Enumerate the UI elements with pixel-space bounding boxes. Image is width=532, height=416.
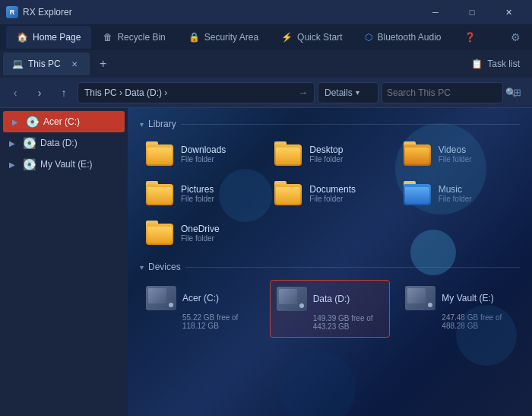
window-controls: ─ □ ✕ xyxy=(418,0,526,24)
expand-icon-vault: ▶ xyxy=(9,160,18,169)
close-button[interactable]: ✕ xyxy=(491,0,526,24)
drive-image-vault xyxy=(405,286,435,310)
devices-chevron-icon[interactable]: ▾ xyxy=(140,263,144,272)
title-bar: R RX Explorer ─ □ ✕ xyxy=(0,0,532,24)
task-list-button[interactable]: 📋 Task list xyxy=(462,59,529,69)
recycle-icon: 🗑 xyxy=(103,32,112,43)
tab-home[interactable]: 🏠 Home Page xyxy=(6,26,91,49)
forward-button[interactable]: › xyxy=(29,82,50,103)
maximize-button[interactable]: □ xyxy=(454,0,489,24)
device-data[interactable]: Data (D:) 149.39 GB free of 443.23 GB xyxy=(270,280,391,338)
back-button[interactable]: ‹ xyxy=(5,82,26,103)
quickstart-icon: ⚡ xyxy=(281,32,293,43)
app-title: RX Explorer xyxy=(23,7,418,17)
bluetooth-icon: ⬡ xyxy=(365,32,372,43)
sidebar-item-vault[interactable]: ▶ 💽 My Vault (E:) xyxy=(0,154,128,175)
devices-grid: Acer (C:) 55.22 GB free of 118.12 GB Dat… xyxy=(140,280,520,338)
folder-icon-downloads xyxy=(146,141,173,166)
task-list-icon: 📋 xyxy=(471,59,483,69)
library-label: Library xyxy=(148,119,176,129)
address-text: This PC › Data (D:) › xyxy=(84,87,298,98)
new-tab-button[interactable]: + xyxy=(94,55,112,73)
app-icon: R xyxy=(6,6,18,18)
sidebar-item-acer[interactable]: ▶ 💽 Acer (C:) xyxy=(3,111,125,132)
main-layout: ▶ 💽 Acer (C:) ▶ 💽 Data (D:) ▶ 💽 My Vault… xyxy=(0,108,532,416)
devices-divider xyxy=(185,267,520,268)
folder-icon-pictures xyxy=(146,181,173,205)
view-toggle-button[interactable]: ⊞ xyxy=(506,82,527,103)
drive-image-data xyxy=(277,287,307,311)
search-box[interactable]: 🔍 xyxy=(382,82,503,103)
devices-section-header: ▾ Devices xyxy=(140,262,520,272)
help-icon: ❓ xyxy=(464,32,476,43)
address-go-button[interactable]: → xyxy=(298,87,308,98)
tab-bar: 💻 This PC ✕ + 📋 Task list xyxy=(0,50,532,78)
tab-recycle[interactable]: 🗑 Recycle Bin xyxy=(93,26,176,49)
content-area: ▾ Library Downloads File folder xyxy=(128,108,532,416)
home-icon: 🏠 xyxy=(17,32,28,43)
device-vault[interactable]: My Vault (E:) 247.48 GB free of 488.28 G… xyxy=(399,280,520,338)
toolbar: ‹ › ↑ This PC › Data (D:) › → Details ▾ … xyxy=(0,78,532,108)
folder-icon-onedrive xyxy=(146,221,173,245)
drive-icon-data: 💽 xyxy=(23,137,36,149)
folder-onedrive[interactable]: OneDrive File folder xyxy=(140,216,262,249)
nav-tab-bar: 🏠 Home Page 🗑 Recycle Bin 🔒 Security Are… xyxy=(0,24,532,50)
folder-videos[interactable]: Videos File folder xyxy=(397,137,520,170)
folder-icon-desktop xyxy=(274,141,302,166)
folder-icon-music xyxy=(404,181,431,205)
thispc-icon: 💻 xyxy=(12,59,24,69)
folder-documents[interactable]: Documents File folder xyxy=(268,176,391,210)
tab-help[interactable]: ❓ xyxy=(454,26,486,49)
folder-icon-documents xyxy=(274,181,302,205)
devices-label: Devices xyxy=(148,262,181,272)
folder-icon-videos xyxy=(404,141,431,166)
folder-music[interactable]: Music File folder xyxy=(397,176,520,210)
library-chevron-icon[interactable]: ▾ xyxy=(140,120,144,129)
tab-security[interactable]: 🔒 Security Area xyxy=(178,26,269,49)
folder-downloads[interactable]: Downloads File folder xyxy=(140,137,262,170)
library-grid: Downloads File folder Desktop File folde… xyxy=(140,137,520,249)
folder-pictures[interactable]: Pictures File folder xyxy=(140,176,262,210)
minimize-button[interactable]: ─ xyxy=(418,0,453,24)
expand-icon-data: ▶ xyxy=(9,139,18,148)
sidebar: ▶ 💽 Acer (C:) ▶ 💽 Data (D:) ▶ 💽 My Vault… xyxy=(0,108,128,416)
tab-bluetooth[interactable]: ⬡ Bluetooth Audio xyxy=(354,26,451,49)
library-section-header: ▾ Library xyxy=(140,119,520,129)
library-divider xyxy=(181,124,520,125)
sidebar-item-data[interactable]: ▶ 💽 Data (D:) xyxy=(0,132,128,154)
details-dropdown[interactable]: Details ▾ xyxy=(318,82,378,103)
settings-button[interactable]: ⚙ xyxy=(505,27,526,48)
tab-thispc[interactable]: 💻 This PC ✕ xyxy=(3,52,90,75)
device-acer[interactable]: Acer (C:) 55.22 GB free of 118.12 GB xyxy=(140,280,261,338)
expand-icon: ▶ xyxy=(12,118,21,126)
decor-blob-4 xyxy=(280,351,356,416)
drive-icon-acer: 💽 xyxy=(26,116,39,128)
drive-icon-vault: 💽 xyxy=(23,158,36,170)
tab-quickstart[interactable]: ⚡ Quick Start xyxy=(271,26,353,49)
drive-image-acer xyxy=(146,286,176,310)
tab-close-button[interactable]: ✕ xyxy=(68,58,81,70)
address-bar[interactable]: This PC › Data (D:) › → xyxy=(78,82,315,103)
folder-desktop[interactable]: Desktop File folder xyxy=(268,137,391,170)
security-icon: 🔒 xyxy=(188,32,200,43)
search-input[interactable] xyxy=(387,87,501,98)
chevron-down-icon: ▾ xyxy=(356,88,359,97)
up-button[interactable]: ↑ xyxy=(53,82,74,103)
